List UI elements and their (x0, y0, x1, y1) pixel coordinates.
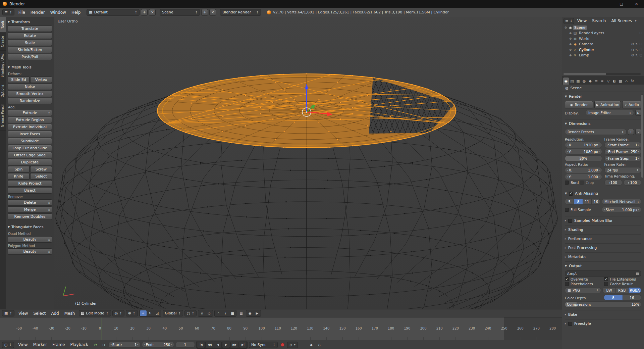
timeline-ruler[interactable]: -50-40-30-20-100102030405060708090100110… (0, 317, 562, 340)
toolshelf-tab-shading-uvs[interactable]: Shading / UVs (0, 51, 6, 81)
color-depth-16-button[interactable]: 16 (623, 295, 642, 301)
properties-tab-render[interactable]: ◉ (563, 78, 569, 85)
view3d-menu-select[interactable]: Select (31, 311, 48, 316)
screw-button[interactable]: Screw (30, 166, 52, 172)
infobar-menu-file[interactable]: File (16, 10, 28, 15)
remove-doubles-button[interactable]: Remove Doubles (8, 213, 52, 220)
display-options-button[interactable]: ▸ (635, 110, 641, 116)
outliner-menu-view[interactable]: View (575, 18, 589, 23)
resolution-x-field[interactable]: ◂ X: 1920 px ▸ (565, 142, 602, 148)
expander-icon[interactable]: ⊕ (568, 54, 573, 57)
bisect-button[interactable]: Bisect (8, 187, 52, 194)
remap-old-field[interactable]: :100 (604, 180, 622, 186)
increment-icon[interactable]: ▸ (599, 144, 600, 146)
view3d-menu-view[interactable]: View (16, 311, 31, 316)
toolshelf-tab-options[interactable]: Options (0, 81, 6, 101)
scrollbar-thumb[interactable] (564, 73, 606, 75)
outliner-scrollbar[interactable] (564, 73, 641, 75)
output-overwrite-checkbox[interactable]: ✓Overwrite (565, 277, 602, 281)
increment-icon[interactable]: ▸ (638, 208, 639, 211)
toolshelf-tab-create[interactable]: Create (0, 33, 6, 51)
cursor-toggle-icon[interactable]: ↖ (635, 48, 638, 52)
view3d-menu-add[interactable]: Add (48, 311, 61, 316)
outliner-row-lamp[interactable]: ⊕☼Lamp⊙↖⊡ (562, 53, 644, 58)
color-mode-rgba-button[interactable]: RGBA (629, 287, 641, 293)
color-mode-bw-button[interactable]: BW (602, 287, 615, 293)
translate-button[interactable]: Translate (8, 26, 52, 32)
toolshelf-tab-grease-pencil[interactable]: Grease Pencil (0, 101, 6, 131)
render-toggle-icon[interactable]: ⊡ (640, 48, 642, 52)
translate-manipulator-button[interactable]: + (140, 310, 147, 316)
performance-panel-header[interactable]: ▸Performance (565, 235, 641, 243)
dimensions-panel-header[interactable]: ▼ Dimensions (565, 120, 641, 128)
play-reverse-button[interactable]: ◀ (214, 342, 222, 348)
rotate-button[interactable]: Rotate (8, 33, 52, 39)
spin-button[interactable]: Spin (8, 166, 30, 172)
increment-icon[interactable]: ▸ (638, 144, 639, 146)
info-editor-type-selector[interactable]: ≡ ↕ (2, 9, 14, 15)
scene-selector[interactable]: Scene ↕ (160, 9, 200, 16)
shrink-fatten-button[interactable]: Shrink/Fatten (8, 47, 52, 53)
polygon-method-dropdown[interactable]: Beauty↕ (8, 248, 52, 255)
anti-aliasing-checkbox[interactable]: ✓ (569, 192, 573, 196)
remove-preset-button[interactable]: - (635, 129, 641, 135)
eye-toggle-icon[interactable]: ⊙ (631, 53, 634, 57)
select-button[interactable]: Select (30, 173, 52, 180)
merge-menu-button[interactable]: Merge↕ (8, 206, 52, 213)
minimize-button[interactable]: ─ (599, 0, 614, 8)
audio-button[interactable]: ♪ Audio (622, 101, 641, 108)
extrude-menu-button[interactable]: Extrude↕ (8, 110, 52, 116)
delete-layout-button[interactable]: × (149, 9, 156, 16)
increment-icon[interactable]: ▸ (599, 176, 600, 178)
timeline-end-field[interactable]: ◂ End: 250 ▸ (142, 342, 174, 348)
current-frame-marker[interactable] (102, 317, 102, 340)
expander-icon[interactable]: ⊕ (568, 37, 573, 40)
decrement-icon[interactable]: ◂ (567, 176, 568, 178)
insert-keyframe-button[interactable]: ◆ (308, 342, 315, 348)
properties-tab-physics[interactable]: ↻ (630, 78, 635, 85)
increment-icon[interactable]: ▸ (171, 343, 172, 346)
scale-manipulator-button[interactable]: ◿ (154, 310, 161, 316)
crop-checkbox[interactable]: Crop (580, 181, 594, 185)
full-sample-checkbox[interactable]: Full Sample (565, 208, 600, 212)
scale-button[interactable]: Scale (8, 40, 52, 46)
subdivide-button[interactable]: Subdivide (8, 138, 52, 144)
opengl-render-image-button[interactable]: ◉ (247, 310, 253, 316)
smooth-vertex-button[interactable]: Smooth Vertex (8, 91, 52, 97)
timeline-menu-marker[interactable]: Marker (31, 342, 50, 347)
aspect-x-field[interactable]: ◂ X: 1.000 ▸ (565, 167, 602, 173)
occlude-geometry-button[interactable]: ▦ (238, 310, 245, 316)
render-button[interactable]: ◉ Render (565, 101, 593, 108)
screen-layout-selector[interactable]: ▦ Default ↕ (87, 9, 140, 16)
close-button[interactable]: × (629, 0, 644, 8)
shading-panel-header[interactable]: ▸Shading (565, 226, 641, 234)
auto-keyframe-record-button[interactable] (279, 342, 286, 348)
timeline-start-field[interactable]: ◂ Start: 1 ▸ (108, 342, 141, 348)
output-path-field[interactable]: /tmp\ ▤ (565, 270, 641, 277)
noise-button[interactable]: Noise (8, 84, 52, 90)
decrement-icon[interactable]: ◂ (110, 343, 112, 346)
opengl-render-animation-button[interactable]: ▶ (254, 310, 260, 316)
vertex-button[interactable]: Vertex (30, 77, 52, 83)
animation-button[interactable]: ▶ Animation (594, 101, 621, 108)
output-placeholders-checkbox[interactable]: Placeholders (565, 282, 602, 286)
render-engine-dropdown[interactable]: Blender Render ↕ (220, 9, 261, 16)
properties-tab-object[interactable]: ◆ (587, 78, 593, 85)
jump-to-prev-keyframe-button[interactable]: ◀◀ (205, 342, 213, 348)
aa-samples-11-button[interactable]: 11 (583, 199, 592, 205)
properties-tab-particles[interactable]: ∴ (624, 78, 629, 85)
outliner-row-cylinder[interactable]: ⊕△Cylinder⊙↖⊡ (562, 47, 644, 53)
output-file-extensions-checkbox[interactable]: ✓File Extensions (604, 277, 641, 281)
outliner-menu-search[interactable]: Search (589, 18, 608, 23)
freestyle-panel-header[interactable]: ▸Freestyle (565, 320, 641, 328)
offset-edge-slide-button[interactable]: Offset Edge Slide (8, 152, 52, 158)
viewport-shading-dropdown[interactable]: ◎ ↕ (112, 310, 124, 316)
delete-scene-button[interactable]: × (209, 9, 216, 16)
remap-new-field[interactable]: : 100 (624, 180, 641, 186)
folder-icon[interactable]: ▤ (636, 272, 639, 276)
decrement-icon[interactable]: ◂ (567, 169, 568, 171)
render-toggle-icon[interactable]: ⊡ (640, 31, 642, 35)
increment-icon[interactable]: ▸ (138, 343, 139, 346)
sync-mode-dropdown[interactable]: No Sync ↕ (249, 342, 278, 348)
delete-menu-button[interactable]: Delete↕ (8, 199, 52, 206)
